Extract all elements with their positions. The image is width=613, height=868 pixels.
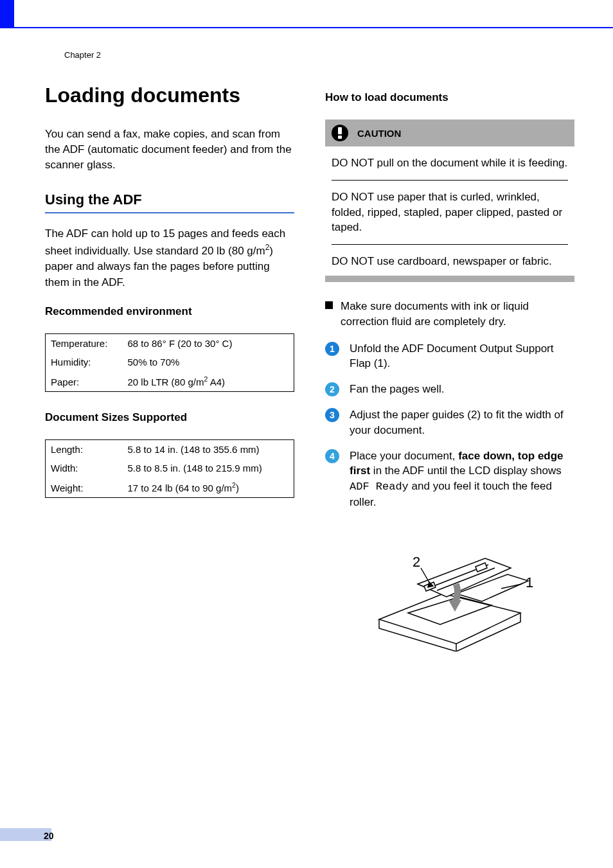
illus-label-2: 2 <box>413 554 420 570</box>
step-2: 2 Fan the pages well. <box>325 382 574 397</box>
weight-b: ) <box>236 483 239 493</box>
size-width-label: Width: <box>46 459 123 477</box>
caution-box: CAUTION DO NOT pull on the document whil… <box>325 120 574 282</box>
step-3-text: Adjust the paper guides (2) to fit the w… <box>350 407 574 438</box>
caution-icon <box>332 125 348 141</box>
step-number-icon: 1 <box>325 342 339 356</box>
size-width-value: 5.8 to 8.5 in. (148 to 215.9 mm) <box>123 459 294 477</box>
adf-paragraph: The ADF can hold up to 15 pages and feed… <box>45 226 294 290</box>
bullet-text: Make sure documents with ink or liquid c… <box>341 299 574 330</box>
using-adf-heading: Using the ADF <box>45 191 294 213</box>
table-row: Width: 5.8 to 8.5 in. (148 to 215.9 mm) <box>46 459 294 477</box>
caution-item-2: DO NOT use paper that is curled, wrinkle… <box>332 190 568 245</box>
corner-tab <box>0 0 14 27</box>
square-bullet-icon <box>325 301 333 309</box>
intro-paragraph: You can send a fax, make copies, and sca… <box>45 127 294 172</box>
size-length-value: 5.8 to 14 in. (148 to 355.6 mm) <box>123 439 294 459</box>
adf-illustration: 1 2 <box>360 523 540 651</box>
step-4: 4 Place your document, face down, top ed… <box>325 448 574 510</box>
sizes-table: Length: 5.8 to 14 in. (148 to 355.6 mm) … <box>45 439 294 498</box>
size-weight-label: Weight: <box>46 477 123 498</box>
env-hum-label: Humidity: <box>46 353 123 371</box>
caution-item-3: DO NOT use cardboard, newspaper or fabri… <box>332 254 568 273</box>
table-row: Length: 5.8 to 14 in. (148 to 355.6 mm) <box>46 439 294 459</box>
size-length-label: Length: <box>46 439 123 459</box>
illus-label-1: 1 <box>526 574 533 590</box>
environment-table: Temperature: 68 to 86° F (20 to 30° C) H… <box>45 333 294 392</box>
svg-marker-5 <box>449 600 461 612</box>
caution-footer-bar <box>325 276 574 282</box>
paper-b: A4) <box>208 376 225 387</box>
page-title: Loading documents <box>45 84 294 107</box>
caution-header: CAUTION <box>325 120 574 146</box>
s4c: in the ADF until the LCD display shows <box>370 465 562 477</box>
step-1-text: Unfold the ADF Document Output Support F… <box>350 341 574 372</box>
step-2-text: Fan the pages well. <box>350 382 444 397</box>
table-row: Humidity: 50% to 70% <box>46 353 294 371</box>
env-paper-value: 20 lb LTR (80 g/m2 A4) <box>123 371 294 392</box>
weight-a: 17 to 24 lb (64 to 90 g/m <box>128 483 233 493</box>
env-hum-value: 50% to 70% <box>123 353 294 371</box>
how-to-load-heading: How to load documents <box>325 91 574 104</box>
env-temp-label: Temperature: <box>46 333 123 353</box>
adf-para-a: The ADF can hold up to 15 pages and feed… <box>45 227 285 256</box>
recommended-env-heading: Recommended environment <box>45 305 294 318</box>
step-number-icon: 4 <box>325 449 339 463</box>
table-row: Paper: 20 lb LTR (80 g/m2 A4) <box>46 371 294 392</box>
document-sizes-heading: Document Sizes Supported <box>45 411 294 424</box>
page-number: 20 <box>44 831 54 841</box>
bullet-note: Make sure documents with ink or liquid c… <box>325 299 574 330</box>
table-row: Weight: 17 to 24 lb (64 to 90 g/m2) <box>46 477 294 498</box>
left-column: Loading documents You can send a fax, ma… <box>45 84 294 651</box>
caution-label: CAUTION <box>357 128 401 139</box>
size-weight-value: 17 to 24 lb (64 to 90 g/m2) <box>123 477 294 498</box>
caution-item-1: DO NOT pull on the document while it is … <box>332 155 568 181</box>
env-paper-label: Paper: <box>46 371 123 392</box>
paper-a: 20 lb LTR (80 g/m <box>128 376 204 387</box>
top-rule <box>0 27 613 28</box>
caution-body: DO NOT pull on the document while it is … <box>325 146 574 276</box>
right-column: How to load documents CAUTION DO NOT pul… <box>325 84 574 651</box>
s4a: Place your document, <box>350 450 458 462</box>
step-number-icon: 3 <box>325 408 339 422</box>
step-number-icon: 2 <box>325 382 339 396</box>
chapter-label: Chapter 2 <box>64 50 101 60</box>
s4d: ADF Ready <box>350 481 409 493</box>
step-4-text: Place your document, face down, top edge… <box>350 448 574 510</box>
table-row: Temperature: 68 to 86° F (20 to 30° C) <box>46 333 294 353</box>
env-temp-value: 68 to 86° F (20 to 30° C) <box>123 333 294 353</box>
step-1: 1 Unfold the ADF Document Output Support… <box>325 341 574 372</box>
step-3: 3 Adjust the paper guides (2) to fit the… <box>325 407 574 438</box>
content-area: Loading documents You can send a fax, ma… <box>45 84 574 651</box>
